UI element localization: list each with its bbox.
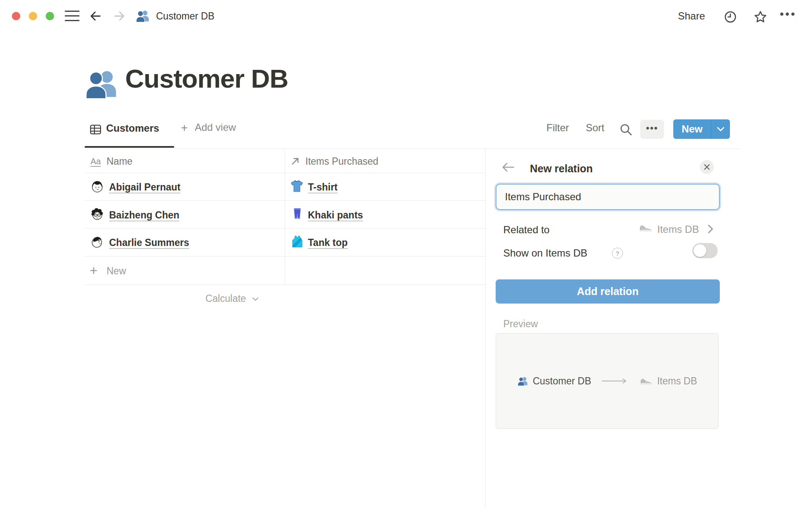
new-record-button[interactable]: New (673, 119, 730, 139)
related-to-label: Related to (503, 224, 549, 236)
favorite-star-icon[interactable] (754, 10, 767, 24)
table-row-item-link[interactable]: Tank top (308, 237, 348, 248)
toolbar-divider (85, 149, 740, 149)
preview-label: Preview (503, 318, 538, 330)
help-icon[interactable]: ? (612, 248, 623, 259)
chevron-down-icon (252, 297, 259, 302)
chevron-down-icon (717, 126, 724, 132)
busts-icon (517, 375, 529, 387)
active-tab-underline (85, 146, 174, 148)
jeans-icon (291, 207, 304, 221)
plus-icon: + (181, 121, 188, 134)
tab-customers[interactable]: Customers (106, 122, 159, 134)
close-icon (704, 164, 710, 170)
avatar-doodle-bob (91, 180, 104, 193)
table-new-row[interactable] (85, 256, 485, 284)
more-options-icon[interactable]: ••• (780, 8, 796, 21)
avatar-doodle-curly-glasses (91, 207, 104, 221)
page-icon-busts[interactable] (84, 66, 120, 102)
avatar-doodle-profile (91, 235, 104, 249)
window-minimize-button[interactable] (29, 12, 37, 20)
table-row-item-link[interactable]: Khaki pants (308, 210, 363, 221)
plus-icon: + (90, 263, 98, 279)
calculate-button[interactable]: Calculate (127, 293, 259, 304)
show-on-label: Show on Items DB (503, 247, 587, 259)
share-button[interactable]: Share (678, 10, 705, 22)
breadcrumb[interactable]: Customer DB (156, 10, 214, 22)
back-arrow-icon[interactable] (89, 10, 102, 22)
long-arrow-right-icon (601, 378, 629, 384)
updates-clock-icon[interactable] (724, 11, 737, 23)
search-icon[interactable] (619, 123, 633, 136)
table-border (85, 284, 485, 285)
table-row-name-link[interactable]: Charlie Summers (109, 237, 189, 248)
table-row-name-link[interactable]: Abigail Pernaut (109, 182, 181, 193)
forward-arrow-icon[interactable] (112, 10, 126, 22)
related-to-value: Items DB (657, 224, 699, 235)
view-options-button[interactable]: ••• (640, 120, 664, 139)
relation-preview-card: Customer DB Items DB (496, 333, 719, 429)
sidebar-menu-icon[interactable] (65, 11, 80, 22)
column-header-name[interactable]: Name (107, 156, 132, 167)
busts-icon (135, 8, 151, 24)
tshirt-icon (290, 179, 304, 193)
chevron-right-icon (707, 224, 714, 234)
sneaker-icon (639, 223, 653, 233)
show-on-toggle[interactable] (692, 243, 718, 258)
related-to-selector[interactable]: Items DB (639, 221, 721, 238)
window-zoom-button[interactable] (46, 12, 54, 20)
add-view-button[interactable]: + Add view (181, 121, 236, 135)
sneaker-icon (639, 376, 653, 386)
app-window: Customer DB Share ••• Customer DB Custom… (0, 0, 812, 508)
preview-source-db: Customer DB (533, 375, 591, 387)
panel-back-arrow-icon[interactable] (502, 161, 515, 173)
filter-button[interactable]: Filter (546, 122, 569, 134)
new-row-label: New (107, 265, 126, 277)
relation-name-input[interactable] (496, 184, 720, 210)
page-title: Customer DB (125, 64, 288, 94)
text-type-icon[interactable]: Aa (91, 157, 101, 167)
panel-title: New relation (530, 163, 593, 175)
window-close-button[interactable] (12, 12, 20, 20)
relation-arrow-icon[interactable] (290, 156, 300, 166)
table-view-icon (90, 124, 102, 135)
toggle-knob (694, 244, 706, 257)
panel-close-button[interactable] (700, 160, 714, 174)
preview-target-db: Items DB (657, 375, 697, 387)
table-row-item-link[interactable]: T-shirt (308, 182, 337, 193)
tanktop-icon (291, 235, 304, 248)
new-dropdown-button[interactable] (711, 119, 730, 139)
sort-button[interactable]: Sort (586, 122, 604, 134)
panel-divider (485, 149, 486, 508)
ellipsis-icon: ••• (646, 123, 658, 136)
column-header-items-purchased[interactable]: Items Purchased (305, 156, 379, 167)
add-relation-button[interactable]: Add relation (496, 279, 720, 304)
table-row-name-link[interactable]: Baizheng Chen (109, 210, 179, 221)
